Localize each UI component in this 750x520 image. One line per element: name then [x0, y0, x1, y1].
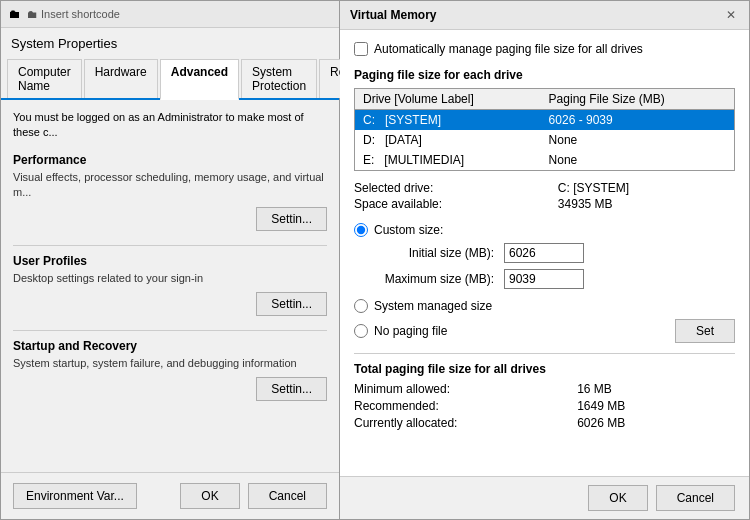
- drive-row-d[interactable]: D: [DATA] None: [355, 130, 735, 150]
- drive-table: Drive [Volume Label] Paging File Size (M…: [354, 88, 735, 171]
- recommended-value: 1649 MB: [577, 399, 735, 413]
- system-managed-radio-row: System managed size: [354, 299, 735, 313]
- auto-manage-row: Automatically manage paging file size fo…: [354, 42, 735, 56]
- drive-c-letter: C: [SYSTEM]: [355, 110, 541, 131]
- startup-recovery-desc: System startup, system failure, and debu…: [13, 356, 327, 371]
- system-properties-bottom-bar: Environment Var... OK Cancel: [1, 472, 339, 519]
- system-properties-title-bar: 🖿 🖿 Insert shortcode: [1, 1, 339, 28]
- startup-recovery-settings-button[interactable]: Settin...: [256, 377, 327, 401]
- user-profiles-title: User Profiles: [13, 254, 327, 268]
- auto-manage-checkbox[interactable]: [354, 42, 368, 56]
- min-allowed-label: Minimum allowed:: [354, 382, 567, 396]
- system-properties-panel: 🖿 🖿 Insert shortcode System Properties C…: [0, 0, 340, 520]
- initial-size-row: Initial size (MB):: [374, 243, 735, 263]
- currently-allocated-value: 6026 MB: [577, 416, 735, 430]
- system-managed-label: System managed size: [374, 299, 492, 313]
- drive-d-size: None: [541, 130, 735, 150]
- currently-allocated-label: Currently allocated:: [354, 416, 567, 430]
- initial-size-label: Initial size (MB):: [374, 246, 494, 260]
- min-allowed-value: 16 MB: [577, 382, 735, 396]
- drive-d-letter: D: [DATA]: [355, 130, 541, 150]
- performance-title: Performance: [13, 153, 327, 167]
- drive-d-label: [DATA]: [385, 133, 422, 147]
- max-size-row: Maximum size (MB):: [374, 269, 735, 289]
- custom-size-section: Custom size: Initial size (MB): Maximum …: [354, 223, 735, 289]
- total-section: Total paging file size for all drives Mi…: [354, 353, 735, 430]
- drive-e-label: [MULTIMEDIA]: [384, 153, 464, 167]
- performance-settings-button[interactable]: Settin...: [256, 207, 327, 231]
- no-paging-radio-row: No paging file: [354, 324, 447, 338]
- space-available-value: 34935 MB: [558, 197, 735, 211]
- total-grid: Minimum allowed: 16 MB Recommended: 1649…: [354, 382, 735, 430]
- system-properties-ok-button[interactable]: OK: [180, 483, 239, 509]
- system-managed-radio[interactable]: [354, 299, 368, 313]
- drive-row-e[interactable]: E: [MULTIMEDIA] None: [355, 150, 735, 171]
- user-profiles-section: User Profiles Desktop settings related t…: [13, 254, 327, 316]
- virtual-memory-footer: OK Cancel: [340, 476, 749, 519]
- auto-manage-label: Automatically manage paging file size fo…: [374, 42, 643, 56]
- drive-row-c[interactable]: C: [SYSTEM] 6026 - 9039: [355, 110, 735, 131]
- virtual-memory-title: Virtual Memory: [350, 8, 436, 22]
- title-bar-icon: 🖿: [9, 7, 21, 21]
- drive-e-letter: E: [MULTIMEDIA]: [355, 150, 541, 171]
- no-paging-radio[interactable]: [354, 324, 368, 338]
- startup-recovery-title: Startup and Recovery: [13, 339, 327, 353]
- tab-system-protection[interactable]: System Protection: [241, 59, 317, 98]
- virtual-memory-cancel-button[interactable]: Cancel: [656, 485, 735, 511]
- tab-hardware[interactable]: Hardware: [84, 59, 158, 98]
- performance-desc: Visual effects, processor scheduling, me…: [13, 170, 327, 201]
- paging-header: Paging file size for each drive: [354, 68, 735, 82]
- startup-recovery-section: Startup and Recovery System startup, sys…: [13, 339, 327, 401]
- system-properties-dialog-title: System Properties: [1, 28, 339, 59]
- no-paging-label: No paging file: [374, 324, 447, 338]
- virtual-memory-ok-button[interactable]: OK: [588, 485, 647, 511]
- set-button[interactable]: Set: [675, 319, 735, 343]
- custom-size-radio-row: Custom size:: [354, 223, 735, 237]
- performance-section: Performance Visual effects, processor sc…: [13, 153, 327, 231]
- total-section-title: Total paging file size for all drives: [354, 362, 735, 376]
- tab-advanced[interactable]: Advanced: [160, 59, 239, 100]
- max-size-input[interactable]: [504, 269, 584, 289]
- virtual-memory-close-button[interactable]: ✕: [723, 7, 739, 23]
- selected-drive-info: Selected drive: C: [SYSTEM] Space availa…: [354, 181, 735, 211]
- virtual-memory-body: Automatically manage paging file size fo…: [340, 30, 749, 476]
- selected-drive-label: Selected drive:: [354, 181, 548, 195]
- max-size-label: Maximum size (MB):: [374, 272, 494, 286]
- virtual-memory-title-bar: Virtual Memory ✕: [340, 1, 749, 30]
- drive-c-size: 6026 - 9039: [541, 110, 735, 131]
- user-profiles-settings-button[interactable]: Settin...: [256, 292, 327, 316]
- drive-c-label: [SYSTEM]: [385, 113, 441, 127]
- environment-variables-button[interactable]: Environment Var...: [13, 483, 137, 509]
- system-properties-cancel-button[interactable]: Cancel: [248, 483, 327, 509]
- paging-size-column-header: Paging File Size (MB): [541, 89, 735, 110]
- selected-drive-value: C: [SYSTEM]: [558, 181, 735, 195]
- drive-e-size: None: [541, 150, 735, 171]
- initial-size-input[interactable]: [504, 243, 584, 263]
- custom-size-label: Custom size:: [374, 223, 443, 237]
- advanced-tab-content: You must be logged on as an Administrato…: [1, 100, 339, 472]
- tab-computer-name[interactable]: Computer Name: [7, 59, 82, 98]
- insert-shortcode-label: 🖿 Insert shortcode: [27, 8, 120, 20]
- user-profiles-desc: Desktop settings related to your sign-in: [13, 271, 327, 286]
- custom-size-radio[interactable]: [354, 223, 368, 237]
- drive-column-header: Drive [Volume Label]: [355, 89, 541, 110]
- system-properties-tabs: Computer Name Hardware Advanced System P…: [1, 59, 339, 100]
- recommended-label: Recommended:: [354, 399, 567, 413]
- space-available-label: Space available:: [354, 197, 548, 211]
- virtual-memory-panel: Virtual Memory ✕ Automatically manage pa…: [340, 0, 750, 520]
- admin-notice: You must be logged on as an Administrato…: [13, 110, 327, 141]
